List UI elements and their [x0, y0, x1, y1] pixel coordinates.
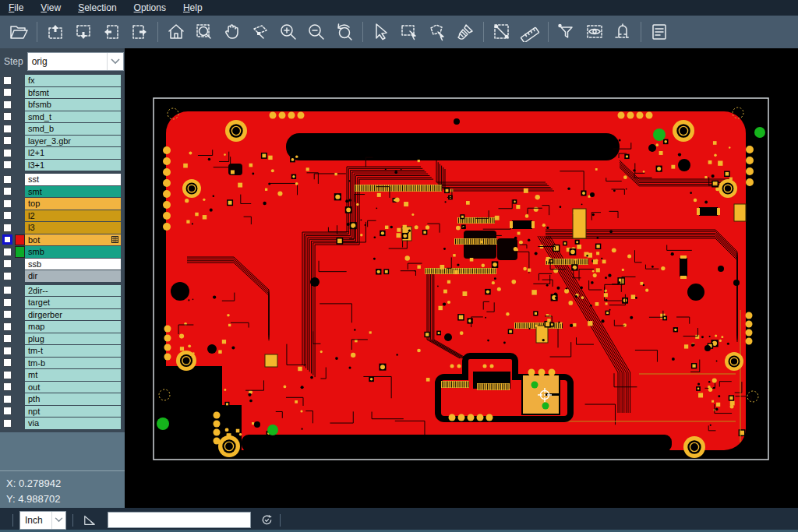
toolbar-layers-panel-button[interactable] — [645, 18, 673, 46]
pcb-view[interactable] — [125, 48, 798, 508]
layer-row-sst[interactable]: sst — [0, 174, 125, 185]
layer-row-bot[interactable]: bot — [0, 234, 125, 246]
toolbar-home-view-button[interactable] — [162, 18, 190, 46]
layer-visibility-checkbox[interactable] — [0, 248, 15, 256]
layer-row-dirgerber[interactable]: dirgerber — [0, 309, 125, 321]
layer-row-via[interactable]: via — [0, 417, 125, 429]
toolbar-zoom-out-button[interactable] — [302, 18, 330, 46]
layer-visibility-checkbox[interactable] — [0, 419, 15, 428]
angle-measure-icon[interactable] — [83, 514, 97, 527]
layer-row-out[interactable]: out — [0, 382, 125, 393]
layer-label[interactable]: smd_b — [25, 123, 121, 135]
layer-visibility-checkbox[interactable] — [0, 112, 15, 121]
layer-row-2dir-[interactable]: 2dir-- — [0, 285, 125, 297]
layer-visibility-checkbox[interactable] — [0, 371, 15, 379]
layer-label[interactable]: npt — [25, 406, 121, 417]
layer-visibility-checkbox[interactable] — [0, 149, 15, 157]
layer-row-fx[interactable]: fx — [0, 75, 125, 86]
layer-label[interactable]: top — [25, 198, 121, 210]
layer-label[interactable]: fx — [25, 75, 121, 86]
layer-row-l3[interactable]: l3 — [0, 222, 125, 234]
layer-row-plug[interactable]: plug — [0, 333, 125, 345]
layer-visibility-checkbox[interactable] — [0, 322, 15, 331]
layer-label[interactable]: bot — [25, 234, 121, 246]
layer-row-tm-t[interactable]: tm-t — [0, 345, 125, 357]
layer-row-top[interactable]: top — [0, 198, 125, 210]
refresh-icon[interactable] — [260, 513, 274, 527]
toolbar-zoom-window-button[interactable] — [190, 18, 218, 46]
layer-row-smt[interactable]: smt — [0, 186, 125, 198]
layer-label[interactable]: bfsmt — [25, 87, 121, 99]
layer-row-bfsmb[interactable]: bfsmb — [0, 99, 125, 111]
layer-row-smd-b[interactable]: smd_b — [0, 123, 125, 135]
layer-visibility-checkbox[interactable] — [0, 407, 15, 415]
layer-visibility-checkbox[interactable] — [0, 100, 15, 109]
menu-item-selection[interactable]: Selection — [69, 0, 125, 16]
layer-visibility-checkbox[interactable] — [0, 88, 15, 97]
toolbar-zoom-previous-button[interactable] — [330, 18, 358, 46]
layer-label[interactable]: bfsmb — [25, 99, 121, 111]
layer-label[interactable]: dir — [25, 270, 121, 282]
layer-label[interactable]: via — [25, 417, 121, 429]
toolbar-zoom-in-button[interactable] — [274, 18, 302, 46]
layer-row-pth[interactable]: pth — [0, 393, 125, 405]
layer-visibility-checkbox[interactable] — [0, 76, 15, 85]
layer-label[interactable]: l2 — [25, 210, 121, 222]
layer-row-l2-1[interactable]: l2+1 — [0, 147, 125, 159]
layer-label[interactable]: plug — [25, 333, 121, 345]
layer-visibility-checkbox[interactable] — [0, 125, 15, 133]
layer-visibility-checkbox[interactable] — [0, 211, 15, 220]
layer-visibility-checkbox[interactable] — [0, 160, 15, 169]
layer-label[interactable]: pth — [25, 393, 121, 405]
toolbar-pan-up-button[interactable] — [41, 18, 69, 46]
toolbar-filter-button[interactable] — [553, 18, 581, 46]
layer-label[interactable]: l2+1 — [25, 147, 121, 159]
menu-item-file[interactable]: File — [0, 0, 32, 16]
layer-visibility-checkbox[interactable] — [0, 347, 15, 355]
layer-visibility-checkbox[interactable] — [0, 310, 15, 319]
toolbar-zoom-polygon-button[interactable] — [246, 18, 274, 46]
menu-item-help[interactable]: Help — [175, 0, 211, 16]
layer-visibility-checkbox[interactable] — [0, 382, 15, 391]
layer-row-bfsmt[interactable]: bfsmt — [0, 87, 125, 99]
layer-row-smb[interactable]: smb — [0, 246, 125, 258]
toolbar-select-rect-button[interactable] — [395, 18, 423, 46]
toolbar-view-area-button[interactable] — [581, 18, 609, 46]
layer-label[interactable]: layer_3.gbr — [25, 136, 121, 147]
layer-label[interactable]: target — [25, 297, 121, 308]
layer-visibility-checkbox[interactable] — [0, 224, 15, 232]
layer-visibility-checkbox[interactable] — [0, 286, 15, 294]
layer-label[interactable]: dirgerber — [25, 309, 121, 321]
toolbar-clean-brush-button[interactable] — [451, 18, 479, 46]
layer-label[interactable]: 2dir-- — [25, 285, 121, 297]
layer-label[interactable]: tm-t — [25, 345, 121, 357]
layer-visibility-checkbox[interactable] — [0, 187, 15, 196]
layer-label[interactable]: tm-b — [25, 358, 121, 369]
layer-row-tm-b[interactable]: tm-b — [0, 358, 125, 369]
layer-visibility-checkbox[interactable] — [0, 334, 15, 343]
toolbar-pan-hand-button[interactable] — [218, 18, 246, 46]
layer-visibility-checkbox[interactable] — [0, 395, 15, 403]
layer-visibility-checkbox[interactable] — [0, 259, 15, 268]
toolbar-snap-button[interactable] — [609, 18, 637, 46]
layer-visibility-checkbox[interactable] — [0, 358, 15, 367]
layer-row-map[interactable]: map — [0, 321, 125, 333]
menu-item-options[interactable]: Options — [125, 0, 175, 16]
command-input[interactable] — [108, 512, 251, 528]
layer-visibility-checkbox[interactable] — [0, 298, 15, 307]
toolbar-open-file-button[interactable] — [5, 18, 33, 46]
layer-visibility-checkbox[interactable] — [0, 234, 15, 245]
layer-row-l3-1[interactable]: l3+1 — [0, 160, 125, 171]
toolbar-ruler-button[interactable] — [516, 18, 544, 46]
chevron-down-icon[interactable] — [51, 512, 65, 529]
layer-label[interactable]: sst — [25, 174, 121, 185]
unit-select[interactable]: Inch — [19, 511, 66, 530]
layer-row-ssb[interactable]: ssb — [0, 259, 125, 270]
layer-label[interactable]: map — [25, 321, 121, 333]
layer-color-swatch[interactable] — [15, 246, 25, 258]
grid-icon[interactable] — [111, 236, 118, 243]
layer-row-target[interactable]: target — [0, 297, 125, 308]
layer-row-l2[interactable]: l2 — [0, 210, 125, 222]
layer-label[interactable]: ssb — [25, 259, 121, 270]
layer-visibility-checkbox[interactable] — [0, 272, 15, 280]
